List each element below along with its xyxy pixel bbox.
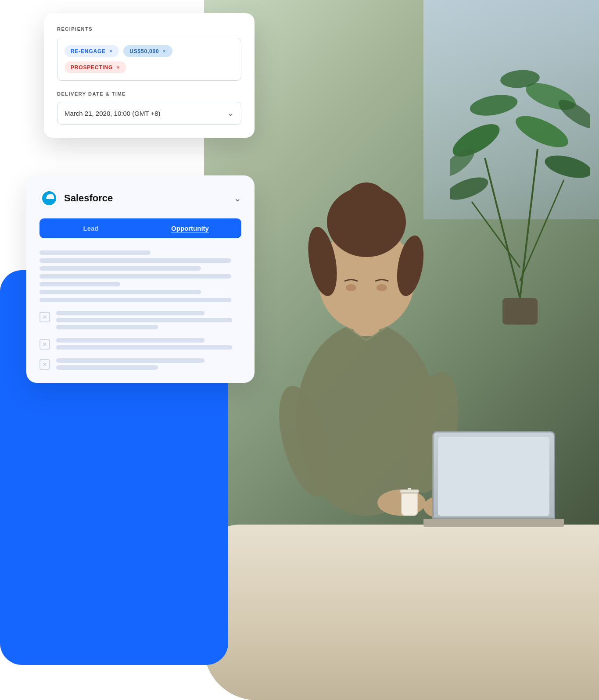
coffee-body	[401, 493, 418, 516]
desk-surface	[204, 525, 599, 700]
tag-prospecting-close[interactable]: ×	[116, 64, 120, 71]
tag-prospecting[interactable]: PROSPECTING ×	[65, 61, 126, 73]
skeleton-line-4	[39, 274, 231, 279]
checkbox-x-icon-3: ✕	[42, 361, 47, 368]
tab-opportunity[interactable]: Opportunity	[140, 220, 240, 236]
delivery-label: DELIVERY DATE & TIME	[57, 91, 241, 96]
tab-bar: Lead Opportunity	[39, 218, 241, 238]
date-dropdown[interactable]: March 21, 2020, 10:00 (GMT +8) ⌄	[57, 102, 241, 125]
salesforce-card: Salesforce ⌄ Lead Opportunity ✕	[26, 175, 255, 383]
svg-line-3	[520, 180, 564, 281]
checkbox-x-icon-1: ✕	[42, 314, 47, 321]
svg-point-6	[512, 110, 573, 154]
svg-point-9	[468, 92, 519, 119]
checkbox-lines-3	[56, 358, 241, 370]
chevron-down-icon: ⌄	[227, 108, 234, 118]
laptop-base	[423, 519, 564, 527]
checkbox-item-1: ✕	[39, 311, 241, 329]
skeleton-line-1	[39, 250, 151, 255]
skeleton-line-3	[39, 266, 201, 271]
content-skeleton	[39, 250, 241, 302]
salesforce-logo-circle	[39, 189, 59, 208]
cb2-line1	[56, 338, 204, 343]
recipients-label: RECIPIENTS	[57, 26, 241, 32]
svg-point-7	[542, 151, 590, 182]
tag-amount-close[interactable]: ×	[163, 48, 166, 54]
skeleton-line-7	[39, 298, 231, 302]
cb2-line2	[56, 345, 232, 350]
tag-reengage[interactable]: RE-ENGAGE ×	[65, 45, 119, 57]
cb3-line2	[56, 365, 158, 370]
checkbox-section: ✕ ✕ ✕	[39, 311, 241, 370]
cb1-line3	[56, 325, 158, 329]
tab-lead[interactable]: Lead	[41, 220, 140, 236]
tag-amount-text: US$50,000	[129, 48, 159, 54]
cb3-line1	[56, 358, 204, 363]
tag-prospecting-text: PROSPECTING	[71, 64, 113, 71]
checkbox-item-2: ✕	[39, 338, 241, 350]
checkbox-lines-1	[56, 311, 241, 329]
checkbox-icon-1[interactable]: ✕	[39, 312, 50, 322]
skeleton-line-5	[39, 282, 120, 286]
cb1-line1	[56, 311, 204, 315]
coffee-cup	[400, 488, 419, 516]
recipients-card: RECIPIENTS RE-ENGAGE × US$50,000 × PROSP…	[44, 13, 255, 138]
checkbox-icon-2[interactable]: ✕	[39, 339, 50, 350]
tags-container: RE-ENGAGE × US$50,000 × PROSPECTING ×	[57, 38, 241, 81]
salesforce-cloud-icon	[42, 191, 56, 205]
skeleton-line-6	[39, 290, 201, 294]
laptop-screen	[432, 431, 555, 519]
salesforce-brand-name: Salesforce	[64, 193, 113, 204]
checkbox-lines-2	[56, 338, 241, 350]
svg-point-25	[346, 284, 356, 291]
background-photo	[204, 0, 599, 700]
checkbox-x-icon-2: ✕	[42, 341, 47, 348]
checkbox-icon-3[interactable]: ✕	[39, 359, 50, 370]
svg-point-26	[377, 284, 387, 291]
skeleton-line-2	[39, 258, 231, 263]
cb1-line2	[56, 318, 232, 322]
svg-point-22	[347, 182, 386, 218]
salesforce-header: Salesforce ⌄	[39, 189, 241, 208]
delivery-date-text: March 21, 2020, 10:00 (GMT +8)	[65, 110, 161, 117]
tag-reengage-close[interactable]: ×	[109, 48, 113, 54]
coffee-lid	[400, 489, 419, 493]
salesforce-chevron-icon[interactable]: ⌄	[234, 193, 241, 204]
checkbox-item-3: ✕	[39, 358, 241, 370]
laptop	[432, 431, 564, 527]
tag-amount[interactable]: US$50,000 ×	[123, 45, 172, 57]
salesforce-logo-area: Salesforce	[39, 189, 113, 208]
laptop-screen-content	[438, 437, 549, 516]
tag-reengage-text: RE-ENGAGE	[71, 48, 106, 54]
